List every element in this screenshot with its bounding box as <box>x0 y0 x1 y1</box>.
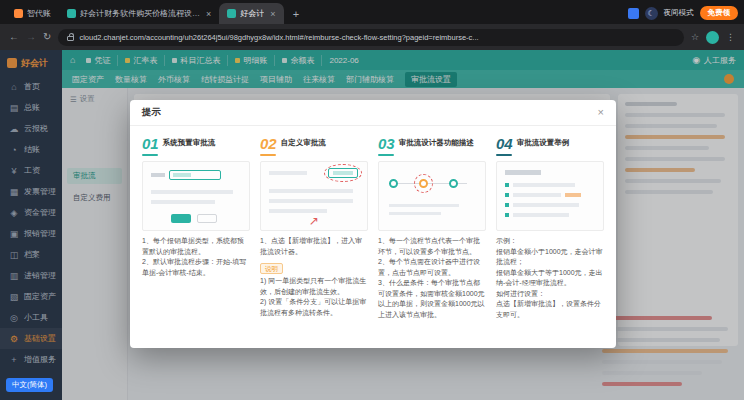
back-icon[interactable] <box>9 32 19 42</box>
step-description: 1) 同一单据类型只有一个审批流生效，后创建的审批流生效。 2) 设置「条件分支… <box>260 276 368 318</box>
step-description: 1、每一个流程节点代表一个审批环节，可以设置多个审批节点。 2、每个节点需在设计… <box>378 236 486 320</box>
new-tab-button[interactable]: + <box>289 6 304 21</box>
browser-tab-3-active[interactable]: 好会计 × <box>219 3 283 24</box>
browser-tab-2[interactable]: 好会计财务软件购买价格流程设… × <box>59 3 219 24</box>
tab-close-icon[interactable]: × <box>206 9 211 19</box>
step-number: 03 <box>378 136 395 151</box>
modal-header: 提示 × <box>130 100 616 126</box>
step-description: 1、点选【新增审批流】，进入审批流设计器。 <box>260 236 368 257</box>
browser-toolbar: cloud2.chanjet.com/accounting/uh26t264j5… <box>0 24 744 50</box>
tab-close-icon[interactable]: × <box>270 9 275 19</box>
step-number: 02 <box>260 136 277 151</box>
url-text: cloud2.chanjet.com/accounting/uh26t264j5… <box>79 33 478 42</box>
tab-title: 智代账 <box>27 8 51 19</box>
promo-button[interactable]: 免费领 <box>700 6 739 20</box>
note-tag: 说明 <box>260 263 283 274</box>
tab-title: 好会计 <box>240 8 264 19</box>
ime-language-badge[interactable]: 中文(简体) <box>6 378 53 392</box>
step-description: 示例： 报销单金额小于1000元，走会计审批流程； 报销单金额大于等于1000元… <box>496 236 604 320</box>
step-illustration <box>496 161 604 231</box>
flow-node-icon <box>449 179 458 188</box>
app-viewport: 好会计 首页 总账 云报税 结账 工资 发票管理 资金管理 报销管理 档案 进销… <box>0 50 744 400</box>
step-illustration <box>378 161 486 231</box>
step-number: 04 <box>496 136 513 151</box>
tab-favicon <box>14 9 23 18</box>
step-1-preset-flow: 01 系统预置审批流 1、每个报销单据类型，系统都预置默认的审批流程。 2、默认… <box>142 136 250 320</box>
modal-body: 01 系统预置审批流 1、每个报销单据类型，系统都预置默认的审批流程。 2、默认… <box>130 126 616 328</box>
step-title: 自定义审批流 <box>281 136 326 147</box>
step-title: 系统预置审批流 <box>163 136 216 147</box>
browser-menu-icon[interactable] <box>726 32 735 42</box>
step-illustration <box>142 161 250 231</box>
tab-favicon <box>67 9 76 18</box>
step-3-designer-features: 03 审批流设计器功能描述 1、每一个流程节点代表一个审批环节，可以设置多个审批… <box>378 136 486 320</box>
url-bar[interactable]: cloud2.chanjet.com/accounting/uh26t264j5… <box>58 29 684 46</box>
browser-window: 智代账 好会计财务软件购买价格流程设… × 好会计 × + 夜间模式 免费领 c… <box>0 0 744 400</box>
red-arrow-icon <box>309 211 319 229</box>
tab-favicon <box>227 9 236 18</box>
browser-tab-strip: 智代账 好会计财务软件购买价格流程设… × 好会计 × + 夜间模式 免费领 <box>0 0 744 24</box>
step-description: 1、每个报销单据类型，系统都预置默认的审批流程。 2、默认审批流程步骤：开始-填… <box>142 236 250 278</box>
tab-title: 好会计财务软件购买价格流程设… <box>80 8 200 19</box>
lock-icon <box>67 36 74 41</box>
step-illustration <box>260 161 368 231</box>
night-mode-label: 夜间模式 <box>664 8 694 18</box>
night-mode-icon[interactable] <box>645 7 658 20</box>
approval-flow-intro-modal: 提示 × 01 系统预置审批流 <box>130 100 616 348</box>
profile-avatar[interactable] <box>706 31 719 44</box>
titlebar-right-cluster: 夜间模式 免费领 <box>628 6 739 24</box>
flow-node-icon <box>389 179 398 188</box>
close-icon[interactable]: × <box>598 107 604 118</box>
modal-title: 提示 <box>142 106 161 119</box>
step-title: 审批流设计器功能描述 <box>399 136 474 147</box>
step-title: 审批流设置举例 <box>517 136 570 147</box>
browser-tab-1[interactable]: 智代账 <box>6 3 59 24</box>
reload-icon[interactable] <box>43 32 51 42</box>
bookmark-star-icon[interactable] <box>691 32 699 42</box>
forward-icon[interactable] <box>26 32 36 42</box>
step-number: 01 <box>142 136 159 151</box>
extension-icon[interactable] <box>628 8 639 19</box>
step-4-setup-example: 04 审批流设置举例 <box>496 136 604 320</box>
step-2-custom-flow: 02 自定义审批流 1、点选【新增审批流】，进入审批流设计器 <box>260 136 368 320</box>
